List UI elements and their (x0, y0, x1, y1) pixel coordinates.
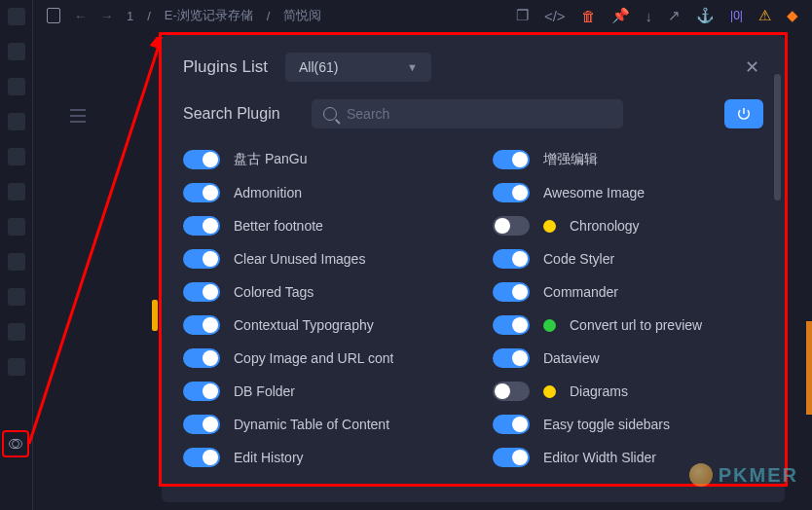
highlight-bar (152, 300, 158, 331)
chevron-down-icon: ▼ (407, 61, 418, 73)
search-input[interactable] (347, 106, 611, 122)
layers-icon[interactable]: ❐ (516, 7, 529, 24)
rail-icon[interactable] (8, 323, 25, 341)
rail-icon[interactable] (8, 78, 25, 95)
plugin-toggle[interactable] (493, 249, 530, 269)
power-button[interactable] (724, 99, 763, 128)
plugin-item: Edit History (183, 448, 454, 467)
rail-icon[interactable] (8, 218, 25, 236)
plugin-toggle[interactable] (183, 282, 220, 302)
plugin-name[interactable]: Awesome Image (543, 185, 645, 200)
plugin-item: Dynamic Table of Content (183, 415, 454, 434)
pin-icon[interactable]: 📌 (611, 7, 630, 24)
rail-icon[interactable] (8, 148, 25, 165)
plugin-toggle[interactable] (493, 348, 530, 368)
document-icon[interactable] (47, 8, 60, 23)
rail-icon[interactable] (8, 358, 25, 376)
plugins-panel: Plugins List All(61) ▼ ✕ Search Plugin 盘… (162, 35, 785, 502)
plugin-toggle[interactable] (493, 183, 530, 202)
plugin-name[interactable]: Edit History (234, 450, 304, 465)
edge-marker (806, 321, 812, 415)
plugin-item: 盘古 PanGu (183, 150, 454, 169)
status-dot (543, 319, 556, 332)
scrollbar[interactable] (774, 74, 781, 200)
nav-forward-icon[interactable]: → (100, 9, 113, 23)
plugin-name[interactable]: DB Folder (234, 383, 295, 399)
top-bar-actions: ❐ </> 🗑 📌 ↓ ↗ ⚓ |0| ⚠ ◆ (516, 7, 798, 24)
flame-icon[interactable]: ◆ (787, 7, 798, 24)
plugin-item: Chronology (493, 216, 763, 236)
plugin-toggle[interactable] (183, 382, 220, 401)
rail-icon[interactable] (8, 253, 25, 271)
plugin-name[interactable]: Admonition (234, 185, 302, 200)
plugin-item: Colored Tags (183, 282, 454, 302)
trash-icon[interactable]: 🗑 (581, 8, 596, 24)
plugin-name[interactable]: Colored Tags (234, 284, 314, 300)
rail-icon[interactable] (8, 113, 25, 130)
breadcrumb-item[interactable]: 简悦阅 (283, 7, 321, 24)
plugin-toggle[interactable] (183, 150, 220, 169)
filter-label: All(61) (299, 59, 338, 75)
plugin-name[interactable]: Code Styler (543, 251, 614, 267)
close-button[interactable]: ✕ (740, 55, 763, 79)
settings-icon[interactable] (9, 439, 22, 449)
plugin-name[interactable]: Better footnote (234, 218, 323, 234)
code-icon[interactable]: </> (544, 8, 566, 24)
svg-line-0 (29, 43, 160, 444)
filter-select[interactable]: All(61) ▼ (285, 53, 431, 82)
plugin-item: Editor Width Slider (493, 448, 763, 467)
plugin-item: 增强编辑 (493, 150, 763, 169)
top-bar: ← → 1 / E-浏览记录存储 / 简悦阅 ❐ </> 🗑 📌 ↓ ↗ ⚓ |… (33, 0, 812, 31)
rail-icon[interactable] (8, 43, 25, 60)
plugin-name[interactable]: Dataview (543, 350, 600, 366)
plugin-name[interactable]: Dynamic Table of Content (234, 417, 389, 432)
breadcrumb-sep: / (267, 9, 271, 23)
plugin-toggle[interactable] (183, 216, 220, 236)
plugin-item: Better footnote (183, 216, 454, 236)
plugin-toggle[interactable] (493, 382, 530, 401)
panel-header: Plugins List All(61) ▼ ✕ (183, 53, 763, 82)
plugin-name[interactable]: Copy Image and URL cont (234, 350, 393, 366)
plugin-toggle[interactable] (183, 448, 220, 467)
plugin-toggle[interactable] (493, 448, 530, 467)
breadcrumb-item[interactable]: E-浏览记录存储 (165, 7, 253, 24)
rail-icon[interactable] (8, 8, 25, 25)
plugin-toggle[interactable] (183, 348, 220, 368)
plugin-item: Easy toggle sidebars (493, 415, 763, 434)
plugin-name[interactable]: Diagrams (570, 383, 628, 399)
list-icon[interactable] (70, 109, 86, 123)
search-box[interactable] (312, 99, 623, 128)
breadcrumb-sep: / (147, 9, 151, 23)
plugin-name[interactable]: Chronology (570, 218, 640, 234)
search-label: Search Plugin (183, 105, 294, 123)
anchor-icon[interactable]: ⚓ (696, 7, 715, 24)
plugin-toggle[interactable] (493, 150, 530, 169)
plugin-toggle[interactable] (183, 183, 220, 202)
warning-icon[interactable]: ⚠ (758, 7, 771, 24)
status-dot (543, 220, 556, 233)
nav-back-icon[interactable]: ← (74, 9, 87, 23)
plugin-item: Copy Image and URL cont (183, 348, 454, 368)
breadcrumb-number: 1 (127, 9, 133, 23)
plugin-name[interactable]: Contextual Typography (234, 317, 374, 333)
plugin-name[interactable]: Editor Width Slider (543, 450, 656, 465)
plugin-toggle[interactable] (493, 282, 530, 302)
share-icon[interactable]: ↗ (668, 7, 681, 24)
plugin-name[interactable]: Commander (543, 284, 618, 300)
plugin-name[interactable]: Clear Unused Images (234, 251, 365, 267)
plugin-item: DB Folder (183, 382, 454, 401)
plugin-name[interactable]: Easy toggle sidebars (543, 417, 670, 432)
plugin-toggle[interactable] (493, 415, 530, 434)
plugin-toggle[interactable] (493, 216, 530, 236)
plugin-name[interactable]: 盘古 PanGu (234, 151, 307, 168)
download-icon[interactable]: ↓ (646, 8, 653, 24)
rail-icon[interactable] (8, 183, 25, 200)
plugin-name[interactable]: Convert url to preview (570, 317, 702, 333)
rail-icon[interactable] (8, 288, 25, 306)
plugin-name[interactable]: 增强编辑 (543, 151, 598, 168)
plugin-toggle[interactable] (183, 315, 220, 335)
plugin-toggle[interactable] (493, 315, 530, 335)
plugin-toggle[interactable] (183, 415, 220, 434)
counter-icon[interactable]: |0| (730, 9, 743, 22)
plugin-toggle[interactable] (183, 249, 220, 269)
